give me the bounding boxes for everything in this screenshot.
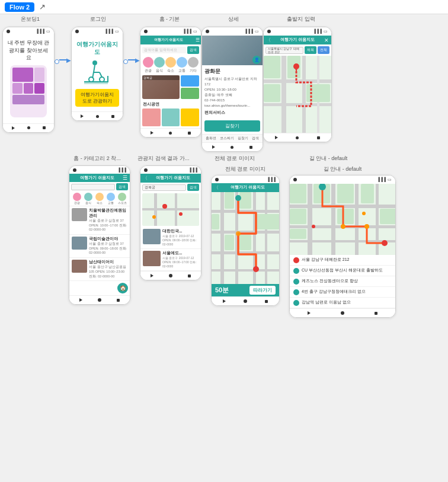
full-route-column: 전체 경로 미이지 ▐▐▐ 〈 여행가기 쉬움지도	[211, 165, 280, 306]
nav-recent[interactable]	[117, 299, 120, 302]
cat-transport[interactable]: 교통	[177, 57, 187, 74]
cat-sport-sm[interactable]: 스포츠	[118, 193, 127, 205]
detail-share-btn[interactable]: 👤	[252, 56, 261, 64]
nav-home[interactable]	[98, 298, 101, 302]
hero-main-img: 경복궁	[142, 75, 180, 99]
back-btn[interactable]: 〈	[266, 37, 271, 43]
nav-recent[interactable]	[111, 115, 114, 118]
nav-recent[interactable]	[188, 274, 191, 277]
nav-back[interactable]	[223, 299, 226, 303]
cat-tourism[interactable]: 관광	[143, 57, 153, 74]
cat-stay[interactable]: 숙소	[165, 57, 176, 74]
nav-home[interactable]	[27, 126, 30, 129]
svg-rect-6	[302, 56, 306, 133]
cat-label-food: 음식	[156, 68, 163, 74]
flow-badge[interactable]: Flow 2	[5, 2, 34, 12]
close-btn[interactable]: ✕	[324, 37, 329, 43]
home-cat-screen: ▐▐▐ 여행가기 쉬움지도 ☰ 검색 관광 음식	[69, 165, 130, 305]
home-cat-search-btn[interactable]: 검색	[116, 183, 128, 190]
tab-course[interactable]: 코스짜기	[220, 136, 234, 141]
result-item-2[interactable]: 서울에도... 서울 종로구 2019-07-12 OPEN: 09:00~17…	[140, 249, 201, 271]
nav-home[interactable]	[341, 311, 344, 315]
nav-home[interactable]	[296, 136, 299, 139]
nav-recent[interactable]	[188, 132, 191, 135]
connector-arrow: ▶	[66, 58, 71, 63]
cat-icon-stay	[165, 57, 176, 68]
menu-icon[interactable]: ☰	[123, 175, 127, 181]
nav-home[interactable]	[244, 299, 247, 303]
nav-back[interactable]	[151, 131, 153, 135]
nav-recent[interactable]	[249, 146, 252, 149]
guide-bullet-4	[293, 289, 299, 295]
cat-etc[interactable]: 기타	[188, 57, 199, 74]
svg-rect-30	[239, 192, 251, 209]
sec-img-1[interactable]	[142, 108, 161, 126]
nav-back[interactable]	[79, 298, 82, 302]
nav-back[interactable]	[308, 311, 311, 315]
cat-stay-sm[interactable]: 숙소	[95, 193, 104, 205]
sec-img-3[interactable]	[181, 108, 199, 126]
list-item-2[interactable]: 국립미술관이야 서울 종로구 삼청로 37 OPEN: 09:00~18:00 …	[69, 235, 130, 258]
result-meta-2: 서울 종로구 2019-07-12 OPEN: 09:00~17:00 전화: …	[162, 256, 199, 269]
sec-img-2[interactable]	[162, 108, 180, 126]
nav-back[interactable]	[275, 136, 278, 139]
nav-home[interactable]	[169, 274, 172, 277]
nav-recent[interactable]	[43, 126, 46, 129]
route-type-btn[interactable]: 전체	[318, 46, 329, 54]
connector-1: ▶	[55, 27, 71, 64]
follow-btn[interactable]: 따라가기	[249, 286, 276, 295]
cat-food-sm[interactable]: 음식	[84, 193, 92, 205]
find-route-btn[interactable]: 길찾기	[204, 120, 260, 132]
email-line: tour.ahisn.go/themes/tourin...	[204, 103, 260, 108]
nav-recent[interactable]	[317, 136, 320, 139]
cat-food[interactable]: 음식	[154, 57, 165, 74]
home-cat-app-header: 여행가기 쉬움지도 ☰	[69, 174, 130, 182]
search-results-title: 여행가기 쉬움지도	[148, 175, 199, 180]
nav-back[interactable]	[12, 126, 15, 130]
search-results-column: ▐▐▐ 〈 여행가기 쉬움지도 경복궁 검색	[140, 165, 201, 280]
nav-home[interactable]	[231, 146, 233, 149]
nav-back[interactable]	[81, 114, 84, 118]
back-btn[interactable]: 〈	[143, 175, 148, 181]
guide-item-4: 4번 출구 강남구청청에태크리 없으	[290, 287, 395, 298]
export-icon[interactable]: ↗	[39, 2, 46, 11]
search-result-input[interactable]: 경복궁	[142, 184, 186, 191]
cat-sm-icon	[84, 193, 92, 201]
result-name-2: 서울에도...	[162, 251, 199, 256]
nav-recent[interactable]	[265, 300, 268, 303]
home-cat-search-input[interactable]	[71, 184, 115, 190]
login-button[interactable]: 여행가기쉬움지도로 관광하기	[75, 89, 119, 107]
cat-tourism-sm[interactable]: 관광	[73, 193, 81, 205]
nav-home[interactable]	[169, 132, 172, 135]
hero-side-img-1	[181, 75, 199, 87]
departure-input-box[interactable]: 서울특별시 강남구 테헤란로 212	[265, 47, 303, 54]
nav-recent[interactable]	[375, 312, 377, 315]
svg-rect-46	[290, 184, 306, 203]
guide-column: 길 안내 - default ▐▐▐ ▭	[289, 165, 396, 318]
battery-icon: ▭	[255, 29, 259, 34]
nav-back[interactable]	[212, 145, 215, 149]
back-btn[interactable]: 〈	[214, 184, 219, 191]
tab-home[interactable]: 홈화면	[206, 136, 216, 141]
list-item-3[interactable]: 남산태이어이 서울 용산구 남산공원길 105 OPEN: 10:00~23:0…	[69, 258, 130, 281]
nav-back[interactable]	[151, 274, 153, 277]
result-item-1[interactable]: 대한민국... 서울 종로구 2019-07-12 OPEN: 09:00~18…	[140, 227, 201, 249]
guide-nav	[290, 308, 395, 317]
closed-line: 종휴일: 매주 셋째	[204, 92, 260, 98]
result-info-2: 서울에도... 서울 종로구 2019-07-12 OPEN: 09:00~17…	[162, 251, 199, 269]
nav-home[interactable]	[96, 115, 99, 118]
cat-transport-sm[interactable]: 교통	[107, 193, 115, 205]
list-item-1[interactable]: 치울박물관진예원임관리 서울 종로구 삼청로 37 OPEN: 10:00~17…	[69, 206, 130, 235]
tab-route[interactable]: 길찾기	[238, 136, 248, 141]
menu-icon[interactable]: ☰	[196, 37, 200, 43]
home-cat-fab[interactable]: 🏠	[117, 283, 128, 293]
guide-item-1: 서울 강남구 테헤란로 212	[290, 255, 395, 266]
home-screen: ▐▐▐ ▭ 여행가기 쉬움지도 ☰ 검색어를 입력하세요 검색	[140, 27, 201, 138]
search-result-btn[interactable]: 검색	[187, 184, 199, 191]
cat-sm-label: 스포츠	[118, 201, 127, 205]
departure-submit-btn[interactable]: 제목	[305, 46, 316, 54]
tab-search[interactable]: 검색	[252, 136, 259, 141]
wheelchair-illustration	[83, 59, 111, 84]
status-dot	[293, 178, 297, 181]
home-search-btn[interactable]: 검색	[187, 46, 199, 54]
